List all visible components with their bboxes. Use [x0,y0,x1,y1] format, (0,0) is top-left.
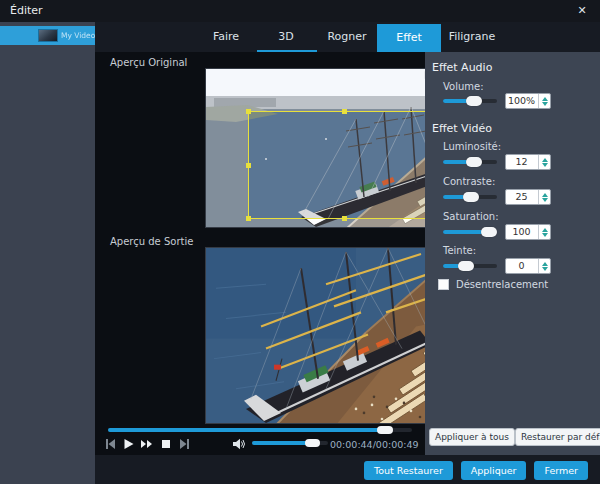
brightness-slider[interactable] [443,160,497,164]
tab-3d[interactable]: 3D [262,22,310,52]
saturation-label: Saturation: [443,211,499,222]
seek-handle[interactable] [377,426,393,434]
tab-faire-pivoter[interactable]: Faire pivoter [197,22,255,52]
volume-slider[interactable] [443,99,497,103]
hue-spinbox[interactable]: 0 [505,258,551,274]
edit-dialog: Éditer ✕ My Videos.mp4 Faire pivoter 3D … [0,0,600,484]
tab-effet[interactable]: Effet [377,24,441,52]
saturation-value[interactable]: 100 [506,226,537,237]
hue-label: Teinte: [443,245,476,256]
spin-up-icon[interactable] [542,97,548,101]
output-preview-label: Aperçu de Sortie [110,236,193,247]
video-thumbnail [38,29,58,42]
close-icon[interactable]: ✕ [574,3,590,19]
volume-slider-transport[interactable] [252,441,328,445]
crop-handle-w[interactable] [246,163,251,168]
spin-down-icon[interactable] [542,102,548,106]
contrast-slider[interactable] [443,195,497,199]
spin-down-icon[interactable] [542,198,548,202]
dialog-title: Éditer [10,4,43,17]
time-display: 00:00:44/00:00:49 [330,439,418,450]
deinterlace-label: Désentrelacement [456,279,548,290]
volume-spinbox[interactable]: 100% [505,93,551,109]
volume-spin-arrows [538,94,550,108]
preview-area: Aperçu Original Aperçu de Sortie [95,52,425,455]
saturation-spin-arrows [538,225,550,239]
hue-value[interactable]: 0 [506,260,537,271]
spin-up-icon[interactable] [542,228,548,232]
skip-end-icon[interactable] [178,438,191,450]
brightness-label: Luminosité: [443,141,501,152]
hue-spin-arrows [538,259,550,273]
brightness-slider-handle[interactable] [466,157,482,167]
deinterlace-checkbox[interactable] [438,279,449,290]
brightness-spinbox[interactable]: 12 [505,154,551,170]
panel-buttons-row: Appliquer à tous Restaurer par défaut [429,428,595,446]
tab-filigrane[interactable]: Filigrane [445,22,499,52]
saturation-slider[interactable] [443,230,497,234]
crop-handle-sw[interactable] [246,216,251,221]
crop-handle-n[interactable] [342,109,347,114]
fast-forward-icon[interactable] [140,438,153,450]
brightness-spin-arrows [538,155,550,169]
restore-default-button[interactable]: Restaurer par défaut [515,428,600,446]
hue-slider-handle[interactable] [458,261,474,271]
audio-effect-header: Effet Audio [432,61,492,74]
contrast-spinbox[interactable]: 25 [505,189,551,205]
tab-rogner[interactable]: Rogner [323,22,371,52]
spin-down-icon[interactable] [542,233,548,237]
contrast-slider-handle[interactable] [463,192,479,202]
spin-up-icon[interactable] [542,262,548,266]
close-button[interactable]: Fermer [534,461,588,480]
hue-slider[interactable] [443,264,497,268]
stop-icon[interactable] [160,438,173,450]
crop-handle-nw[interactable] [246,109,251,114]
seek-fill [108,428,385,432]
brightness-value[interactable]: 12 [506,156,537,167]
crop-handle-s[interactable] [342,216,347,221]
video-filename: My Videos.mp4 [61,31,95,40]
saturation-spinbox[interactable]: 100 [505,224,551,240]
footer-buttons-row: Tout Restaurer Appliquer Fermer [364,461,588,480]
saturation-slider-handle[interactable] [481,227,497,237]
volume-fill [252,441,313,445]
apply-button[interactable]: Appliquer [461,461,527,480]
contrast-value[interactable]: 25 [506,191,537,202]
spin-up-icon[interactable] [542,158,548,162]
play-icon[interactable] [122,438,135,450]
title-bar: Éditer ✕ [0,0,600,22]
volume-label: Volume: [443,81,484,92]
video-effect-header: Effet Vidéo [432,122,492,135]
crop-frame [248,111,439,219]
contrast-label: Contraste: [443,176,495,187]
spin-up-icon[interactable] [542,193,548,197]
restore-all-button[interactable]: Tout Restaurer [364,461,453,480]
volume-handle[interactable] [305,439,320,447]
volume-slider-handle[interactable] [466,96,482,106]
original-preview-label: Aperçu Original [110,57,187,68]
spin-down-icon[interactable] [542,163,548,167]
footer-bar: Tout Restaurer Appliquer Fermer [95,455,600,484]
volume-value[interactable]: 100% [506,95,537,106]
apply-to-all-button[interactable]: Appliquer à tous [429,428,515,446]
contrast-spin-arrows [538,190,550,204]
seek-bar[interactable] [108,428,412,432]
speaker-icon[interactable] [232,438,245,450]
video-list-item-selected[interactable]: My Videos.mp4 [0,26,95,45]
spin-down-icon[interactable] [542,267,548,271]
video-list-sidebar: My Videos.mp4 [0,22,95,484]
skip-back-icon[interactable] [104,438,117,450]
